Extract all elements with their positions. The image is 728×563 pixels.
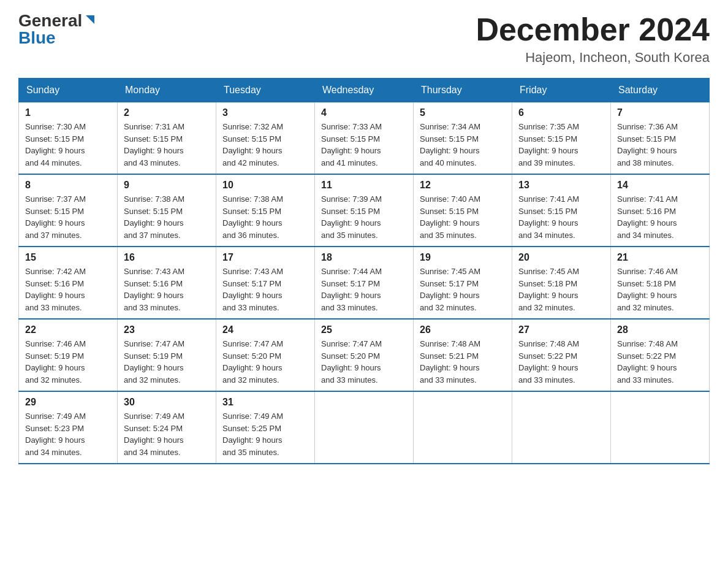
logo: General Blue: [18, 12, 97, 47]
day-cell: 11Sunrise: 7:39 AMSunset: 5:15 PMDayligh…: [315, 174, 414, 247]
day-cell: 23Sunrise: 7:47 AMSunset: 5:19 PMDayligh…: [118, 319, 216, 391]
day-info: Sunrise: 7:48 AMSunset: 5:21 PMDaylight:…: [420, 338, 506, 386]
day-cell: 2Sunrise: 7:31 AMSunset: 5:15 PMDaylight…: [118, 102, 216, 175]
weekday-header-tuesday: Tuesday: [216, 79, 315, 102]
day-number: 10: [222, 180, 308, 191]
day-info: Sunrise: 7:46 AMSunset: 5:18 PMDaylight:…: [617, 266, 703, 313]
day-cell: 12Sunrise: 7:40 AMSunset: 5:15 PMDayligh…: [414, 174, 512, 247]
day-cell: 5Sunrise: 7:34 AMSunset: 5:15 PMDaylight…: [414, 102, 512, 175]
day-info: Sunrise: 7:43 AMSunset: 5:17 PMDaylight:…: [222, 266, 308, 313]
day-info: Sunrise: 7:47 AMSunset: 5:19 PMDaylight:…: [124, 338, 210, 386]
weekday-header-saturday: Saturday: [611, 79, 710, 102]
day-cell: 17Sunrise: 7:43 AMSunset: 5:17 PMDayligh…: [216, 247, 315, 319]
day-info: Sunrise: 7:33 AMSunset: 5:15 PMDaylight:…: [321, 121, 407, 169]
day-info: Sunrise: 7:35 AMSunset: 5:15 PMDaylight:…: [518, 121, 604, 169]
day-info: Sunrise: 7:49 AMSunset: 5:23 PMDaylight:…: [25, 410, 111, 458]
day-info: Sunrise: 7:42 AMSunset: 5:16 PMDaylight:…: [25, 266, 111, 313]
day-info: Sunrise: 7:38 AMSunset: 5:15 PMDaylight:…: [124, 193, 210, 241]
day-number: 12: [420, 180, 506, 191]
svg-marker-0: [86, 15, 94, 24]
day-info: Sunrise: 7:45 AMSunset: 5:17 PMDaylight:…: [420, 266, 506, 313]
day-cell: 22Sunrise: 7:46 AMSunset: 5:19 PMDayligh…: [19, 319, 118, 391]
day-info: Sunrise: 7:47 AMSunset: 5:20 PMDaylight:…: [321, 338, 407, 386]
day-cell: 31Sunrise: 7:49 AMSunset: 5:25 PMDayligh…: [216, 391, 315, 464]
day-number: 18: [321, 252, 407, 263]
title-block: December 2024 Hajeom, Incheon, South Kor…: [476, 12, 710, 66]
day-number: 28: [617, 324, 703, 335]
day-info: Sunrise: 7:48 AMSunset: 5:22 PMDaylight:…: [518, 338, 604, 386]
day-info: Sunrise: 7:31 AMSunset: 5:15 PMDaylight:…: [124, 121, 210, 169]
day-number: 29: [25, 397, 111, 408]
day-number: 9: [124, 180, 210, 191]
day-number: 23: [124, 324, 210, 335]
day-number: 11: [321, 180, 407, 191]
day-number: 7: [617, 107, 703, 118]
day-info: Sunrise: 7:40 AMSunset: 5:15 PMDaylight:…: [420, 193, 506, 241]
day-info: Sunrise: 7:37 AMSunset: 5:15 PMDaylight:…: [25, 193, 111, 241]
day-cell: 24Sunrise: 7:47 AMSunset: 5:20 PMDayligh…: [216, 319, 315, 391]
day-number: 31: [222, 397, 308, 408]
day-number: 3: [222, 107, 308, 118]
logo-blue-text: Blue: [18, 29, 56, 47]
day-cell: 16Sunrise: 7:43 AMSunset: 5:16 PMDayligh…: [118, 247, 216, 319]
day-info: Sunrise: 7:45 AMSunset: 5:18 PMDaylight:…: [518, 266, 604, 313]
day-number: 27: [518, 324, 604, 335]
day-info: Sunrise: 7:49 AMSunset: 5:25 PMDaylight:…: [222, 410, 308, 458]
week-row-1: 1Sunrise: 7:30 AMSunset: 5:15 PMDaylight…: [19, 102, 710, 175]
day-cell: 29Sunrise: 7:49 AMSunset: 5:23 PMDayligh…: [19, 391, 118, 464]
day-cell: 6Sunrise: 7:35 AMSunset: 5:15 PMDaylight…: [512, 102, 611, 175]
day-number: 24: [222, 324, 308, 335]
week-row-5: 29Sunrise: 7:49 AMSunset: 5:23 PMDayligh…: [19, 391, 710, 464]
day-number: 1: [25, 107, 111, 118]
weekday-header-friday: Friday: [512, 79, 611, 102]
day-number: 30: [124, 397, 210, 408]
day-cell: 8Sunrise: 7:37 AMSunset: 5:15 PMDaylight…: [19, 174, 118, 247]
day-cell: 9Sunrise: 7:38 AMSunset: 5:15 PMDaylight…: [118, 174, 216, 247]
day-number: 13: [518, 180, 604, 191]
day-cell: 30Sunrise: 7:49 AMSunset: 5:24 PMDayligh…: [118, 391, 216, 464]
day-cell: [414, 391, 512, 464]
day-cell: 4Sunrise: 7:33 AMSunset: 5:15 PMDaylight…: [315, 102, 414, 175]
weekday-header-row: SundayMondayTuesdayWednesdayThursdayFrid…: [19, 79, 710, 102]
day-info: Sunrise: 7:46 AMSunset: 5:19 PMDaylight:…: [25, 338, 111, 386]
day-cell: [512, 391, 611, 464]
week-row-4: 22Sunrise: 7:46 AMSunset: 5:19 PMDayligh…: [19, 319, 710, 391]
day-number: 21: [617, 252, 703, 263]
day-number: 14: [617, 180, 703, 191]
day-cell: [611, 391, 710, 464]
day-number: 2: [124, 107, 210, 118]
day-number: 8: [25, 180, 111, 191]
day-info: Sunrise: 7:41 AMSunset: 5:15 PMDaylight:…: [518, 193, 604, 241]
day-cell: 7Sunrise: 7:36 AMSunset: 5:15 PMDaylight…: [611, 102, 710, 175]
day-number: 15: [25, 252, 111, 263]
day-cell: 3Sunrise: 7:32 AMSunset: 5:15 PMDaylight…: [216, 102, 315, 175]
day-number: 17: [222, 252, 308, 263]
weekday-header-thursday: Thursday: [414, 79, 512, 102]
day-info: Sunrise: 7:47 AMSunset: 5:20 PMDaylight:…: [222, 338, 308, 386]
day-number: 20: [518, 252, 604, 263]
day-cell: 20Sunrise: 7:45 AMSunset: 5:18 PMDayligh…: [512, 247, 611, 319]
day-cell: 15Sunrise: 7:42 AMSunset: 5:16 PMDayligh…: [19, 247, 118, 319]
day-number: 25: [321, 324, 407, 335]
weekday-header-monday: Monday: [118, 79, 216, 102]
day-cell: 10Sunrise: 7:38 AMSunset: 5:15 PMDayligh…: [216, 174, 315, 247]
logo-arrow-icon: [83, 13, 97, 26]
day-info: Sunrise: 7:34 AMSunset: 5:15 PMDaylight:…: [420, 121, 506, 169]
day-cell: 21Sunrise: 7:46 AMSunset: 5:18 PMDayligh…: [611, 247, 710, 319]
day-info: Sunrise: 7:44 AMSunset: 5:17 PMDaylight:…: [321, 266, 407, 313]
month-year-title: December 2024: [476, 12, 710, 47]
day-cell: 13Sunrise: 7:41 AMSunset: 5:15 PMDayligh…: [512, 174, 611, 247]
weekday-header-wednesday: Wednesday: [315, 79, 414, 102]
day-number: 26: [420, 324, 506, 335]
day-info: Sunrise: 7:43 AMSunset: 5:16 PMDaylight:…: [124, 266, 210, 313]
day-number: 19: [420, 252, 506, 263]
day-cell: 18Sunrise: 7:44 AMSunset: 5:17 PMDayligh…: [315, 247, 414, 319]
day-info: Sunrise: 7:48 AMSunset: 5:22 PMDaylight:…: [617, 338, 703, 386]
day-number: 5: [420, 107, 506, 118]
week-row-2: 8Sunrise: 7:37 AMSunset: 5:15 PMDaylight…: [19, 174, 710, 247]
day-info: Sunrise: 7:39 AMSunset: 5:15 PMDaylight:…: [321, 193, 407, 241]
day-cell: 19Sunrise: 7:45 AMSunset: 5:17 PMDayligh…: [414, 247, 512, 319]
day-cell: [315, 391, 414, 464]
day-info: Sunrise: 7:32 AMSunset: 5:15 PMDaylight:…: [222, 121, 308, 169]
day-info: Sunrise: 7:49 AMSunset: 5:24 PMDaylight:…: [124, 410, 210, 458]
